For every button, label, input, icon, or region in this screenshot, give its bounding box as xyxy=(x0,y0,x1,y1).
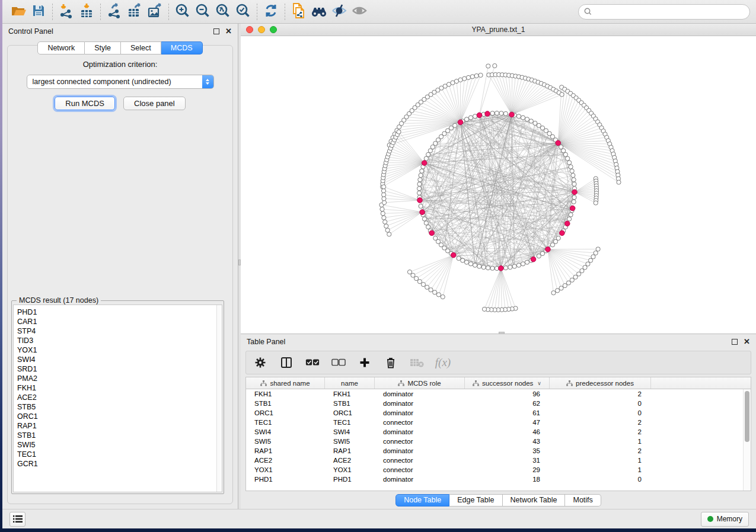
float-table-panel-icon[interactable] xyxy=(732,339,738,345)
graph-node[interactable] xyxy=(477,264,481,268)
graph-node[interactable] xyxy=(588,258,592,262)
graph-node[interactable] xyxy=(566,156,570,161)
table-row[interactable]: ORC1ORC1dominator610 xyxy=(246,408,751,418)
mcds-result-list[interactable]: PHD1CAR1STP4TID3YOX1SWI4SRD1PMA2FKH1ACE2… xyxy=(13,305,222,492)
graph-node[interactable] xyxy=(384,224,388,228)
graph-node[interactable] xyxy=(503,266,508,270)
mcds-result-item[interactable]: TID3 xyxy=(17,336,222,345)
graph-node[interactable] xyxy=(387,232,391,236)
graph-node[interactable] xyxy=(499,111,503,116)
graph-node[interactable] xyxy=(490,111,495,116)
graph-node[interactable] xyxy=(516,263,521,267)
graph-node[interactable] xyxy=(537,254,541,258)
graph-node[interactable] xyxy=(591,255,595,259)
mcds-result-item[interactable]: PMA2 xyxy=(17,374,222,383)
mcds-result-item[interactable]: TEC1 xyxy=(17,450,222,459)
graph-node[interactable] xyxy=(419,173,423,177)
mcds-list-scrollbar[interactable] xyxy=(216,305,222,492)
table-row[interactable]: YOX1YOX1connector291 xyxy=(246,465,751,475)
graph-node[interactable] xyxy=(411,273,415,277)
clone-network-button[interactable] xyxy=(289,2,309,21)
graph-hub-node[interactable] xyxy=(556,140,561,146)
graph-node[interactable] xyxy=(486,266,490,270)
mcds-result-item[interactable]: GCR1 xyxy=(17,459,222,469)
graph-node[interactable] xyxy=(382,193,386,197)
graph-node[interactable] xyxy=(508,265,512,269)
delete-column-button[interactable] xyxy=(384,355,398,370)
graph-node[interactable] xyxy=(490,266,495,270)
graph-node[interactable] xyxy=(426,225,430,229)
tab-edge-table[interactable]: Edge Table xyxy=(449,494,502,507)
graph-node[interactable] xyxy=(521,262,525,266)
graph-node[interactable] xyxy=(418,178,422,182)
graph-node[interactable] xyxy=(385,228,390,232)
table-row[interactable]: SWI5SWI5connector431 xyxy=(246,437,751,446)
graph-node[interactable] xyxy=(569,165,573,169)
graph-node[interactable] xyxy=(436,293,441,297)
graph-hub-node[interactable] xyxy=(420,210,425,215)
graph-node[interactable] xyxy=(420,169,424,173)
import-table-button[interactable] xyxy=(76,2,97,21)
apply-layout-button[interactable] xyxy=(261,2,281,21)
graph-hub-node[interactable] xyxy=(429,230,435,236)
graph-node[interactable] xyxy=(569,213,573,217)
export-table-button[interactable] xyxy=(125,2,145,21)
close-table-panel-icon[interactable]: ✕ xyxy=(744,339,750,345)
graph-node[interactable] xyxy=(468,116,473,120)
memory-button[interactable]: Memory xyxy=(701,512,749,527)
graph-node[interactable] xyxy=(572,178,576,182)
graph-node[interactable] xyxy=(380,207,384,211)
table-row[interactable]: TEC1TEC1connector472 xyxy=(246,418,751,427)
graph-node[interactable] xyxy=(555,289,559,293)
graph-node[interactable] xyxy=(464,117,468,121)
graph-node[interactable] xyxy=(466,75,470,79)
graph-node[interactable] xyxy=(572,200,576,204)
select-all-button[interactable] xyxy=(305,355,320,370)
network-canvas[interactable] xyxy=(241,36,756,334)
graph-node[interactable] xyxy=(562,149,566,153)
graph-node[interactable] xyxy=(453,123,457,127)
mcds-result-item[interactable]: STB5 xyxy=(17,402,222,412)
graph-node[interactable] xyxy=(617,180,621,184)
graph-hub-node[interactable] xyxy=(572,190,578,195)
graph-node[interactable] xyxy=(433,290,437,294)
export-image-button[interactable] xyxy=(145,2,165,21)
tab-style[interactable]: Style xyxy=(85,41,121,55)
search-input[interactable] xyxy=(595,8,744,16)
graph-hub-node[interactable] xyxy=(564,221,570,226)
graph-node[interactable] xyxy=(464,260,468,264)
import-network-button[interactable] xyxy=(56,2,76,21)
graph-node[interactable] xyxy=(473,114,477,118)
graph-node[interactable] xyxy=(426,152,430,156)
graph-node[interactable] xyxy=(525,117,529,121)
network-search-box[interactable] xyxy=(578,4,750,20)
mcds-result-item[interactable]: ACE2 xyxy=(17,393,222,402)
graph-node[interactable] xyxy=(572,182,576,186)
graph-node[interactable] xyxy=(559,286,563,290)
mcds-result-item[interactable]: STP4 xyxy=(17,326,222,336)
graph-node[interactable] xyxy=(566,281,570,285)
open-file-button[interactable] xyxy=(8,2,28,21)
tab-network[interactable]: Network xyxy=(37,41,85,55)
zoom-fit-button[interactable] xyxy=(213,2,233,21)
show-all-button[interactable] xyxy=(349,2,369,21)
graph-node[interactable] xyxy=(495,111,499,115)
graph-node[interactable] xyxy=(473,263,477,267)
mcds-result-item[interactable]: SRD1 xyxy=(17,364,222,374)
graph-hub-node[interactable] xyxy=(458,120,463,125)
graph-node[interactable] xyxy=(563,283,567,287)
show-columns-button[interactable] xyxy=(279,355,294,370)
graph-node[interactable] xyxy=(424,156,428,161)
graph-hub-node[interactable] xyxy=(499,266,504,271)
graph-hub-node[interactable] xyxy=(451,252,456,258)
graph-node[interactable] xyxy=(429,288,433,292)
hide-selected-button[interactable] xyxy=(329,2,349,21)
graph-node[interactable] xyxy=(461,258,465,262)
table-options-button[interactable] xyxy=(253,355,267,370)
column-header-predecessor-nodes[interactable]: predecessor nodes xyxy=(550,377,651,389)
graph-node[interactable] xyxy=(382,200,386,204)
horizontal-splitter-grip[interactable] xyxy=(499,332,505,334)
mcds-result-item[interactable]: SWI4 xyxy=(17,355,222,364)
run-mcds-button[interactable]: Run MCDS xyxy=(55,97,115,110)
graph-hub-node[interactable] xyxy=(546,247,551,252)
